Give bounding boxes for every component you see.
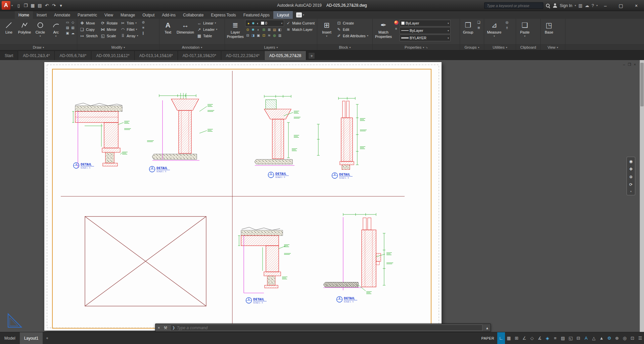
layer-tool-icon[interactable]: ⊟ bbox=[245, 33, 250, 38]
annotation-monitor-icon[interactable]: ⊕ bbox=[613, 332, 621, 344]
layer-dropdown-icon[interactable]: ▾ bbox=[281, 22, 282, 25]
annotation-scale-icon[interactable]: ▲ bbox=[598, 332, 605, 344]
minimize-button[interactable]: – bbox=[598, 0, 613, 11]
fillet-dropdown-icon[interactable]: ▾ bbox=[136, 28, 137, 31]
circle-dropdown-icon[interactable]: ▾ bbox=[40, 35, 41, 38]
command-customize-icon[interactable]: ⚒ bbox=[162, 326, 169, 330]
navbar-dropdown-icon[interactable]: ▾ bbox=[630, 190, 632, 193]
zoom-icon[interactable]: ⊕ bbox=[629, 175, 633, 179]
isometric-drafting-icon[interactable]: ◇ bbox=[528, 332, 536, 344]
lineweight-icon[interactable]: ≡ bbox=[551, 332, 559, 344]
gradient-icon[interactable]: ▧ bbox=[70, 25, 76, 30]
detail-drawing-6[interactable] bbox=[323, 213, 393, 294]
measure-dropdown-icon[interactable]: ▾ bbox=[494, 35, 495, 38]
create-block-button[interactable]: ⊡Create bbox=[335, 20, 369, 26]
command-close-icon[interactable]: × bbox=[155, 326, 162, 330]
layer-dropdown[interactable]: ● ✱ ◐ 0 ▾ bbox=[245, 20, 284, 27]
annotation-visibility-icon[interactable]: A bbox=[582, 332, 590, 344]
a360-cloud-icon[interactable]: ☁ bbox=[585, 3, 589, 8]
make-current-button[interactable]: ✓Make Current bbox=[285, 20, 316, 26]
panel-label-annotation[interactable]: Annotation▾ bbox=[159, 44, 225, 50]
panel-label-block[interactable]: Block▾ bbox=[317, 44, 372, 50]
explode-icon[interactable]: ✳ bbox=[141, 25, 146, 30]
copy-button[interactable]: ❑Copy bbox=[79, 26, 99, 33]
measure-button[interactable]: ⊿ Measure ▾ bbox=[486, 20, 503, 38]
layer-tool-icon[interactable]: ✱ bbox=[250, 27, 256, 32]
dynamic-input-icon[interactable]: ⊟ bbox=[574, 332, 582, 344]
paste-dropdown-icon[interactable]: ▾ bbox=[524, 35, 525, 38]
rotate-button[interactable]: ⟳Rotate bbox=[99, 20, 119, 26]
ribbon-tab-annotate[interactable]: Annotate bbox=[50, 11, 74, 19]
qat-dropdown-icon[interactable]: ▾ bbox=[57, 2, 64, 9]
layer-tool-icon[interactable]: ◧ bbox=[277, 27, 283, 32]
leader-button[interactable]: ↗Leader▾ bbox=[196, 26, 218, 33]
erase-icon[interactable]: ⊘ bbox=[141, 20, 146, 25]
properties-list-icon[interactable]: ≡ bbox=[394, 26, 399, 31]
line-button[interactable]: Line bbox=[1, 20, 16, 35]
layer-tool-icon[interactable]: ▥ bbox=[277, 33, 283, 38]
edit-block-button[interactable]: ✎Edit bbox=[335, 26, 369, 33]
arc-dropdown-icon[interactable]: ▾ bbox=[55, 35, 57, 38]
transparency-icon[interactable]: ▨ bbox=[559, 332, 567, 344]
detail-callout-6[interactable]: 2 DETAIL SCALE 1 : 5 bbox=[337, 297, 358, 303]
object-snap-tracking-icon[interactable]: ∡ bbox=[536, 332, 544, 344]
selection-cycling-icon[interactable]: ◱ bbox=[567, 332, 574, 344]
ribbon-tab-view[interactable]: View bbox=[101, 11, 117, 19]
undo-icon[interactable]: ↶ bbox=[43, 2, 50, 9]
panel-label-groups[interactable]: Groups▾ bbox=[460, 44, 484, 50]
ribbon-tab-express-tools[interactable]: Express Tools bbox=[207, 11, 239, 19]
detail-drawing-2[interactable] bbox=[147, 93, 214, 160]
sign-in-link[interactable]: Sign In bbox=[560, 3, 572, 8]
polygon-icon[interactable]: ◇ bbox=[70, 20, 76, 25]
stretch-button[interactable]: ↦Stretch bbox=[79, 33, 99, 39]
scale-button[interactable]: ◱Scale bbox=[99, 33, 119, 39]
drafting-grid-icon[interactable]: ∟ bbox=[497, 332, 505, 344]
model-tab[interactable]: Model bbox=[0, 332, 20, 344]
array-button[interactable]: ⠿Array▾ bbox=[119, 33, 139, 39]
file-tab[interactable]: AD-009,10,11&12* bbox=[91, 51, 134, 60]
new-drawing-tab-button[interactable]: + bbox=[308, 52, 315, 59]
command-history-icon[interactable]: ▴ bbox=[484, 326, 491, 330]
app-store-cart-icon[interactable]: ▥ bbox=[578, 3, 582, 8]
leader-dropdown-icon[interactable]: ▾ bbox=[216, 28, 217, 31]
detail-callout-5[interactable]: 1 DETAIL SCALE 1 : 5 bbox=[246, 298, 267, 304]
file-tab[interactable]: AD-021,22,23&24* bbox=[221, 51, 265, 60]
file-tab-active[interactable]: AD-025,26,27&28 bbox=[265, 51, 306, 60]
app-menu-button[interactable]: A bbox=[2, 1, 10, 10]
detail-drawing-5[interactable] bbox=[238, 227, 291, 293]
base-button[interactable]: ◳ Base bbox=[542, 20, 556, 35]
ribbon-tab-insert[interactable]: Insert bbox=[33, 11, 50, 19]
snap-mode-icon[interactable]: ⊞ bbox=[513, 332, 520, 344]
file-tab-start[interactable]: Start bbox=[0, 51, 18, 60]
match-layer-button[interactable]: ≋Match Layer bbox=[285, 26, 316, 33]
layer-properties-button[interactable]: ≣ Layer Properties bbox=[226, 20, 244, 39]
insert-button[interactable]: ⊞ Insert ▾ bbox=[319, 20, 335, 38]
close-button[interactable]: × bbox=[629, 0, 644, 11]
text-button[interactable]: A Text bbox=[161, 20, 175, 35]
layer-tool-icon[interactable]: ⊠ bbox=[267, 27, 272, 32]
layer-tool-icon[interactable]: ◐ bbox=[256, 27, 261, 32]
pan-icon[interactable]: ✥ bbox=[629, 167, 633, 171]
file-tab[interactable]: AD-001,2&3,4* bbox=[18, 51, 55, 60]
properties-dialog-launcher-icon[interactable]: ↘ bbox=[425, 46, 428, 49]
detail-drawing-4[interactable] bbox=[338, 97, 367, 169]
panel-label-properties[interactable]: Properties▾↘ bbox=[373, 44, 460, 50]
viewport-restore-icon[interactable]: ❐ bbox=[628, 62, 631, 67]
app-menu-dropdown-icon[interactable]: ▾ bbox=[11, 4, 13, 7]
layer-tool-icon[interactable]: ⊞ bbox=[261, 27, 267, 32]
panel-label-draw[interactable]: Draw▾ bbox=[0, 44, 77, 50]
mirror-button[interactable]: ⋈Mirror bbox=[99, 26, 119, 33]
panel-label-clipboard[interactable]: Clipboard bbox=[516, 44, 540, 50]
grid-display-icon[interactable]: ▦ bbox=[505, 332, 513, 344]
paste-button[interactable]: ❏ Paste ▾ bbox=[517, 20, 532, 38]
orbit-icon[interactable]: ⟳ bbox=[629, 182, 633, 187]
trim-button[interactable]: ✂Trim▾ bbox=[119, 20, 139, 26]
sign-in-dropdown-icon[interactable]: ▾ bbox=[574, 4, 576, 7]
edit-attributes-dropdown-icon[interactable]: ▾ bbox=[367, 34, 368, 37]
detail-callout-2[interactable]: 2 DETAIL SCALE 1 : 5 bbox=[149, 166, 170, 173]
quick-select-icon[interactable]: ◎ bbox=[504, 20, 510, 25]
offset-icon[interactable]: ∥ bbox=[141, 31, 146, 36]
command-input[interactable] bbox=[177, 326, 480, 330]
dimension-button[interactable]: ↔ Dimension bbox=[176, 20, 195, 35]
ribbon-tab-parametric[interactable]: Parametric bbox=[74, 11, 101, 19]
